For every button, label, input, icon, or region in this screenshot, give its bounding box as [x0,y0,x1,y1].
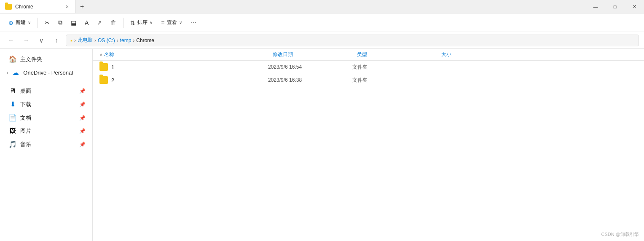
file-area: ∧ 名称 修改日期 类型 大小 1 2023/9/6 16:54 文件夹 2 2… [93,49,644,241]
breadcrumb-sep-0: › [74,37,76,43]
sidebar-divider [5,82,87,82]
sort-icon: ⇅ [130,19,135,26]
sort-direction-icon: ∧ [99,52,102,57]
delete-button[interactable]: 🗑 [107,17,120,28]
file-list: 1 2023/9/6 16:54 文件夹 2 2023/9/6 16:38 文件… [93,61,644,241]
breadcrumb-sep-2: › [117,37,118,43]
tab-title: Chrome [15,4,61,10]
copy-button[interactable]: ⧉ [55,17,66,28]
back-button[interactable]: ← [5,35,17,46]
breadcrumb-sep-3: › [133,37,134,43]
music-pin-icon: 📌 [79,142,86,147]
forward-button[interactable]: → [20,35,32,46]
more-button[interactable]: ··· [187,16,201,29]
onedrive-icon: ☁ [11,69,20,77]
column-size[interactable]: 大小 [441,51,483,58]
breadcrumb-chrome: Chrome [136,37,154,43]
breadcrumb-pc[interactable]: 此电脑 [78,37,93,44]
minimize-button[interactable]: — [586,0,605,13]
delete-icon: 🗑 [110,19,116,26]
sidebar-item-pictures[interactable]: 🖼 图片 📌 [2,125,91,137]
toolbar: ⊕ 新建 ∨ ✂ ⧉ ⬓ A ↗ 🗑 ⇅ 排序 ∨ ≡ 查看 ∨ ··· [0,13,644,32]
sidebar-item-onedrive[interactable]: › ☁ OneDrive - Personal [0,66,92,79]
sort-button[interactable]: ⇅ 排序 ∨ [127,17,156,28]
folder-icon-2 [99,76,108,84]
onedrive-expand-icon: › [7,70,8,75]
file-type-1: 文件夹 [352,64,437,71]
share-button[interactable]: ↗ [94,17,105,28]
desktop-pin-icon: 📌 [79,88,86,94]
address-bar-area: ← → ∨ ↑ ▪ › 此电脑 › OS (C:) › temp › Chrom… [0,32,644,49]
title-bar: Chrome × + — □ ✕ [0,0,644,13]
watermark: CSDN @卸载引擎 [601,231,639,238]
new-tab-button[interactable]: + [76,0,88,13]
breadcrumb-sep-1: › [94,37,96,43]
view-button[interactable]: ≡ 查看 ∨ [158,17,185,28]
desktop-label: 桌面 [20,87,76,95]
documents-pin-icon: 📌 [79,115,86,121]
view-icon: ≡ [161,19,164,26]
new-chevron: ∨ [28,20,31,25]
tab-close-button[interactable]: × [64,3,70,11]
file-date-1: 2023/9/6 16:54 [268,64,352,70]
paste-icon: ⬓ [71,19,76,26]
paste-button[interactable]: ⬓ [67,17,80,28]
new-label: 新建 [16,19,26,26]
column-date[interactable]: 修改日期 [273,51,357,58]
breadcrumb-temp[interactable]: temp [120,37,131,43]
sidebar-item-desktop[interactable]: 🖥 桌面 📌 [2,85,91,97]
sidebar-item-documents[interactable]: 📄 文档 📌 [2,111,91,124]
downloads-pin-icon: 📌 [79,102,86,107]
file-row-1[interactable]: 1 2023/9/6 16:54 文件夹 [93,61,644,74]
downloads-label: 下载 [20,101,76,108]
address-folder-icon: ▪ [70,37,72,44]
rename-icon: A [85,19,89,26]
music-icon: 🎵 [8,140,17,148]
sidebar: 🏠 主文件夹 › ☁ OneDrive - Personal 🖥 桌面 📌 ⬇ … [0,49,93,241]
documents-icon: 📄 [8,114,17,122]
rename-button[interactable]: A [81,17,92,28]
column-headers: ∧ 名称 修改日期 类型 大小 [93,49,644,61]
maximize-button[interactable]: □ [605,0,625,13]
pictures-label: 图片 [20,127,76,135]
file-type-2: 文件夹 [352,77,437,84]
dropdown-button[interactable]: ∨ [35,35,47,46]
sort-label: 排序 [137,19,148,26]
home-icon: 🏠 [8,55,17,63]
downloads-icon: ⬇ [8,100,17,108]
music-label: 音乐 [20,141,76,148]
active-tab[interactable]: Chrome × [0,0,76,13]
column-name[interactable]: 名称 [104,51,273,58]
desktop-icon: 🖥 [8,87,17,95]
sidebar-item-music[interactable]: 🎵 音乐 📌 [2,138,91,151]
share-icon: ↗ [97,19,102,26]
new-button[interactable]: ⊕ 新建 ∨ [5,17,34,28]
main-layout: 🏠 主文件夹 › ☁ OneDrive - Personal 🖥 桌面 📌 ⬇ … [0,49,644,241]
up-button[interactable]: ↑ [51,35,62,46]
column-type[interactable]: 类型 [357,51,441,58]
cut-icon: ✂ [45,19,50,26]
new-icon: ⊕ [8,19,13,26]
file-name-2: 2 [111,77,268,83]
copy-icon: ⧉ [58,19,62,26]
cut-button[interactable]: ✂ [41,17,53,28]
file-name-1: 1 [111,64,268,70]
sort-chevron: ∨ [150,20,153,25]
toolbar-divider-1 [38,18,38,28]
sidebar-item-downloads[interactable]: ⬇ 下载 📌 [2,98,91,111]
onedrive-label: OneDrive - Personal [23,70,87,76]
view-label: 查看 [167,19,177,26]
sidebar-home-label: 主文件夹 [20,56,86,63]
file-row-2[interactable]: 2 2023/9/6 16:38 文件夹 [93,74,644,87]
address-bar[interactable]: ▪ › 此电脑 › OS (C:) › temp › Chrome [66,35,639,46]
sidebar-item-home[interactable]: 🏠 主文件夹 [2,53,91,66]
window-controls: — □ ✕ [586,0,644,13]
folder-icon-1 [99,63,108,71]
toolbar-divider-2 [123,18,123,28]
breadcrumb-osc[interactable]: OS (C:) [98,37,115,43]
tab-folder-icon [5,4,12,10]
pictures-pin-icon: 📌 [79,128,86,134]
documents-label: 文档 [20,114,76,122]
close-button[interactable]: ✕ [625,0,644,13]
file-date-2: 2023/9/6 16:38 [268,77,352,83]
